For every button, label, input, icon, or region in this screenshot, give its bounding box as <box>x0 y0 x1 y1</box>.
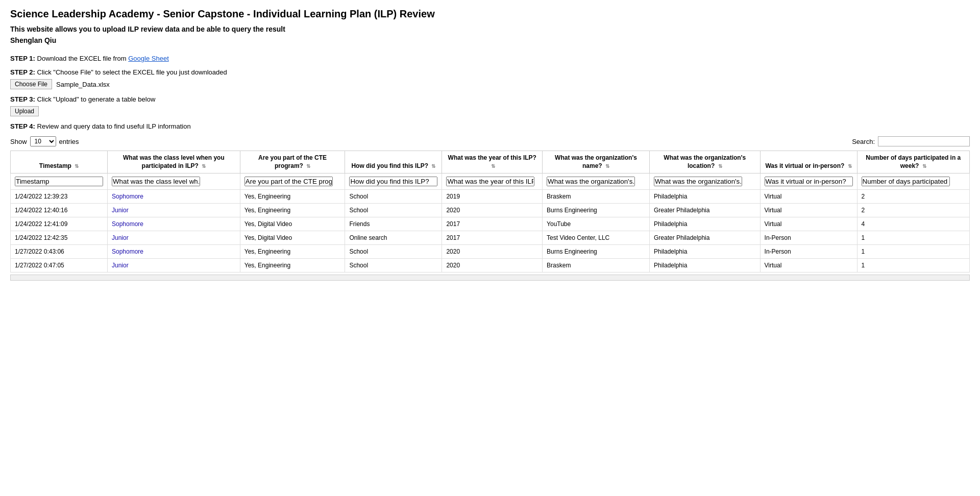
file-name-display: Sample_Data.xlsx <box>56 81 110 88</box>
sort-icon: ⇅ <box>848 163 852 169</box>
cell-timestamp: 1/24/2022 12:41:09 <box>11 217 108 231</box>
choose-file-button[interactable]: Choose File <box>10 79 52 89</box>
cell-timestamp: 1/24/2022 12:39:23 <box>11 190 108 204</box>
filter-cell-cte <box>240 173 345 190</box>
sort-icon: ⇅ <box>718 163 722 169</box>
filter-cell-timestamp <box>11 173 108 190</box>
col-header-class_level[interactable]: What was the class level when you partic… <box>108 151 240 173</box>
cell-class_level: Junior <box>108 231 240 245</box>
step4-text: Review and query data to find useful ILP… <box>37 122 191 130</box>
cell-cte: Yes, Engineering <box>240 259 345 272</box>
cell-virtual: In-Person <box>760 245 857 259</box>
table-container: Timestamp ⇅What was the class level when… <box>10 151 970 272</box>
cell-org_name: YouTube <box>543 217 650 231</box>
sort-icon: ⇅ <box>605 163 609 169</box>
cell-year: 2017 <box>442 217 543 231</box>
filter-cell-class_level <box>108 173 240 190</box>
cell-class_level: Sophomore <box>108 190 240 204</box>
cell-how_find: School <box>345 259 442 272</box>
show-entries-control: Show 102550100 entries <box>10 136 79 146</box>
filter-cell-org_name <box>543 173 650 190</box>
cell-virtual: Virtual <box>760 217 857 231</box>
cell-cte: Yes, Engineering <box>240 245 345 259</box>
search-input[interactable] <box>878 136 970 146</box>
cell-days: 2 <box>857 204 969 217</box>
google-sheet-link[interactable]: Google Sheet <box>128 55 169 62</box>
filter-cell-days <box>857 173 969 190</box>
filter-cell-org_location <box>650 173 761 190</box>
sort-icon: ⇅ <box>306 163 310 169</box>
cell-org_location: Philadelphia <box>650 190 761 204</box>
filter-input-days[interactable] <box>862 177 950 186</box>
data-table: Timestamp ⇅What was the class level when… <box>10 151 970 272</box>
cell-year: 2020 <box>442 245 543 259</box>
cell-class_level: Junior <box>108 259 240 272</box>
step3: STEP 3: Click "Upload" to generate a tab… <box>10 95 970 116</box>
cell-days: 4 <box>857 217 969 231</box>
cell-days: 1 <box>857 259 969 272</box>
cell-class_level: Junior <box>108 204 240 217</box>
horizontal-scrollbar[interactable] <box>10 275 970 281</box>
search-label: Search: <box>852 138 875 145</box>
step3-text: Click "Upload" to generate a table below <box>37 95 156 103</box>
table-row: 1/24/2022 12:40:16JuniorYes, Engineering… <box>11 204 970 217</box>
filter-input-virtual[interactable] <box>765 177 853 186</box>
filter-input-cte[interactable] <box>244 177 333 186</box>
filter-cell-how_find <box>345 173 442 190</box>
cell-year: 2017 <box>442 231 543 245</box>
step4: STEP 4: Review and query data to find us… <box>10 122 970 130</box>
cell-org_location: Philadelphia <box>650 259 761 272</box>
cell-org_location: Greater Philadelphia <box>650 204 761 217</box>
col-header-year[interactable]: What was the year of this ILP? ⇅ <box>442 151 543 173</box>
filter-input-year[interactable] <box>446 177 534 186</box>
cell-year: 2020 <box>442 204 543 217</box>
cell-cte: Yes, Digital Video <box>240 217 345 231</box>
cell-timestamp: 1/24/2022 12:40:16 <box>11 204 108 217</box>
col-header-org_location[interactable]: What was the organization's location? ⇅ <box>650 151 761 173</box>
cell-days: 1 <box>857 245 969 259</box>
cell-virtual: In-Person <box>760 231 857 245</box>
table-row: 1/24/2022 12:42:35JuniorYes, Digital Vid… <box>11 231 970 245</box>
table-row: 1/24/2022 12:39:23SophomoreYes, Engineer… <box>11 190 970 204</box>
cell-virtual: Virtual <box>760 204 857 217</box>
step2-text: Click "Choose File" to select the EXCEL … <box>37 68 227 76</box>
filter-input-timestamp[interactable] <box>15 177 103 186</box>
col-header-org_name[interactable]: What was the organization's name? ⇅ <box>543 151 650 173</box>
col-header-timestamp[interactable]: Timestamp ⇅ <box>11 151 108 173</box>
cell-how_find: School <box>345 245 442 259</box>
cell-timestamp: 1/24/2022 12:42:35 <box>11 231 108 245</box>
sort-icon: ⇅ <box>75 163 79 169</box>
page-title: Science Leadership Academy - Senior Caps… <box>10 8 970 20</box>
filter-input-org_location[interactable] <box>654 177 742 186</box>
sort-icon: ⇅ <box>491 163 495 169</box>
step1-text: Download the EXCEL file from <box>37 55 129 62</box>
step1-label: STEP 1: <box>10 55 35 62</box>
cell-timestamp: 1/27/2022 0:47:05 <box>11 259 108 272</box>
table-row: 1/27/2022 0:47:05JuniorYes, EngineeringS… <box>11 259 970 272</box>
page-subtitle: This website allows you to upload ILP re… <box>10 25 970 33</box>
cell-class_level: Sophomore <box>108 217 240 231</box>
col-header-virtual[interactable]: Was it virtual or in-person? ⇅ <box>760 151 857 173</box>
step1: STEP 1: Download the EXCEL file from Goo… <box>10 55 970 62</box>
col-header-days[interactable]: Number of days participated in a week? ⇅ <box>857 151 969 173</box>
cell-org_name: Burns Engineering <box>543 245 650 259</box>
step4-label: STEP 4: <box>10 122 35 130</box>
entries-select[interactable]: 102550100 <box>30 136 56 146</box>
cell-cte: Yes, Engineering <box>240 190 345 204</box>
upload-button[interactable]: Upload <box>10 106 39 116</box>
step2-label: STEP 2: <box>10 68 35 76</box>
filter-input-how_find[interactable] <box>349 177 437 186</box>
sort-icon: ⇅ <box>431 163 435 169</box>
filter-input-class_level[interactable] <box>112 177 200 186</box>
cell-days: 1 <box>857 231 969 245</box>
author-name: Shenglan Qiu <box>10 36 970 44</box>
cell-org_name: Braskem <box>543 259 650 272</box>
filter-input-org_name[interactable] <box>547 177 635 186</box>
show-label: Show <box>10 138 27 145</box>
step3-label: STEP 3: <box>10 95 35 103</box>
col-header-cte[interactable]: Are you part of the CTE program? ⇅ <box>240 151 345 173</box>
col-header-how_find[interactable]: How did you find this ILP? ⇅ <box>345 151 442 173</box>
search-control: Search: <box>852 136 970 146</box>
cell-how_find: Friends <box>345 217 442 231</box>
cell-org_name: Test Video Center, LLC <box>543 231 650 245</box>
